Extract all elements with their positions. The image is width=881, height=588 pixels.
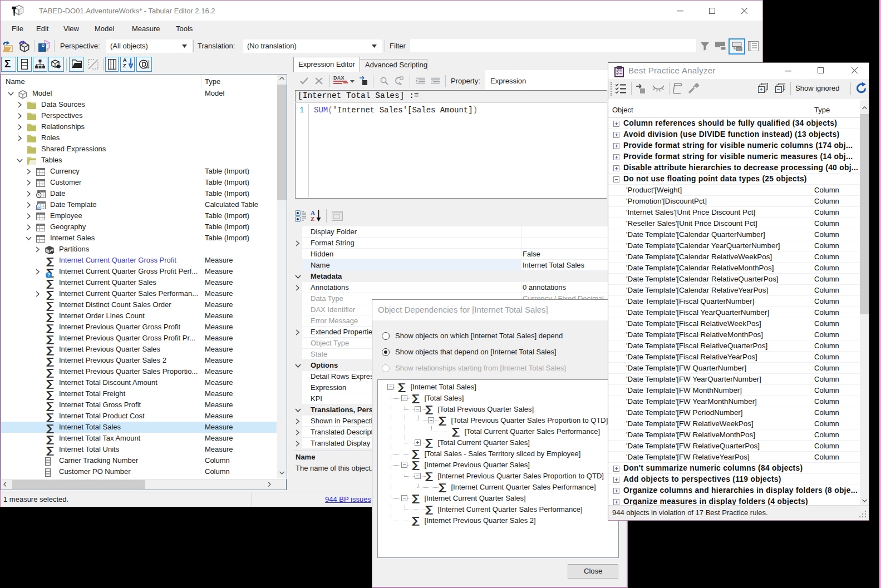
svg-text:?: ? bbox=[431, 78, 433, 83]
svg-text:fx: fx bbox=[37, 205, 41, 210]
